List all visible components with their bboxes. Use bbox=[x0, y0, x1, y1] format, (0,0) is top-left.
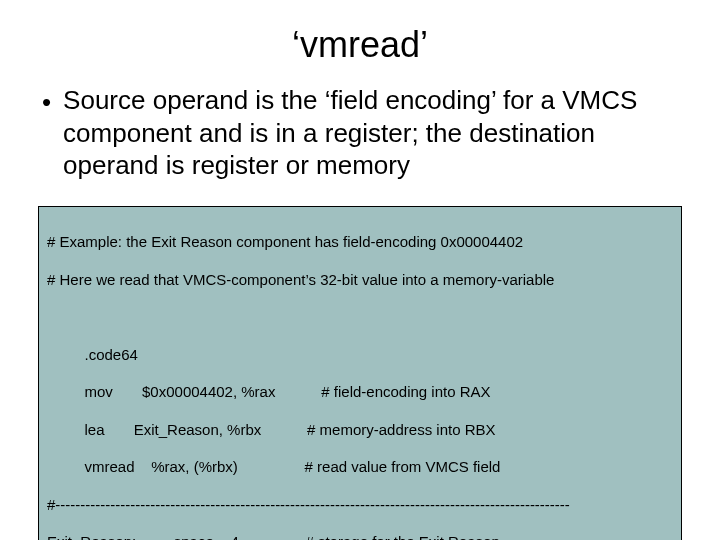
code-blank bbox=[47, 308, 673, 327]
code-line-vmread: vmread %rax, (%rbx) # read value from VM… bbox=[47, 458, 673, 477]
bullet-text: Source operand is the ‘field encoding’ f… bbox=[63, 84, 678, 182]
code-line-mov: mov $0x00004402, %rax # field-encoding i… bbox=[47, 383, 673, 402]
code-line-code64: .code64 bbox=[47, 346, 673, 365]
bullet-item: • Source operand is the ‘field encoding’… bbox=[42, 84, 678, 182]
code-line-dash: #---------------------------------------… bbox=[47, 496, 673, 515]
code-box: # Example: the Exit Reason component has… bbox=[38, 206, 682, 541]
code-comment-1: # Example: the Exit Reason component has… bbox=[47, 233, 673, 252]
slide-title: ‘vmread’ bbox=[0, 0, 720, 78]
bullet-dot: • bbox=[42, 84, 63, 119]
code-line-exitreason: Exit_Reason: .space 4 # storage for the … bbox=[47, 533, 673, 540]
code-comment-2: # Here we read that VMCS-component’s 32-… bbox=[47, 271, 673, 290]
code-line-lea: lea Exit_Reason, %rbx # memory-address i… bbox=[47, 421, 673, 440]
bullet-area: • Source operand is the ‘field encoding’… bbox=[0, 78, 720, 192]
slide: ‘vmread’ • Source operand is the ‘field … bbox=[0, 0, 720, 540]
